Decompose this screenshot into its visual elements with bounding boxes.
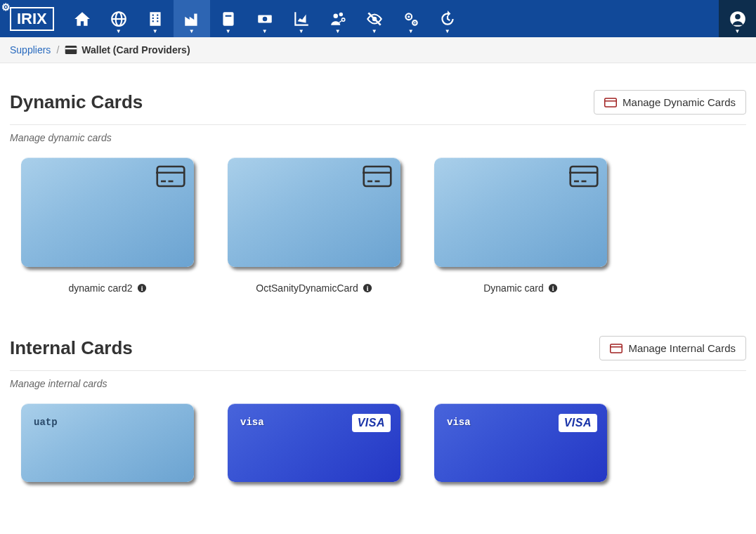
gears-icon [402,10,420,28]
wallet-icon [65,45,77,55]
divider [10,370,746,371]
internal-card: visa VISA [228,403,400,482]
breadcrumb-sep: / [56,44,59,56]
svg-rect-27 [605,98,617,107]
dynamic-card: dynamic card2 i [21,157,194,294]
dynamic-cards-grid: dynamic card2 i OctSanityDynamicCard i [10,157,746,294]
chevron-down-icon: ▼ [372,28,377,34]
internal-card: visa VISA [434,403,607,482]
dynamic-card: OctSanityDynamicCard i [228,157,400,294]
globe-icon [110,10,128,28]
svg-point-16 [341,18,344,20]
svg-rect-5 [157,14,158,15]
internal-card: uatp [21,403,194,482]
chevron-down-icon: ▼ [445,28,450,34]
nav-book[interactable]: ▼ [210,0,247,37]
chevron-down-icon: ▼ [335,28,341,34]
svg-point-13 [263,16,268,21]
money-icon [256,10,274,28]
credit-card-icon [363,165,392,190]
internal-card-tile[interactable]: uatp [21,403,194,482]
eye-slash-icon [365,10,384,28]
home-icon [73,10,91,28]
svg-point-24 [735,13,741,19]
dynamic-card-label: Dynamic card i [483,282,558,294]
svg-rect-9 [157,20,158,22]
chevron-down-icon: ▼ [152,28,158,34]
divider [10,124,746,125]
building-icon [146,10,164,28]
nav-history[interactable]: ▼ [429,0,466,37]
breadcrumb-parent[interactable]: Suppliers [10,44,51,56]
dynamic-card: Dynamic card i [434,157,607,294]
credit-card-icon [156,165,185,190]
dynamic-card-tile[interactable] [21,157,194,267]
manage-dynamic-button[interactable]: Manage Dynamic Cards [594,90,746,115]
chart-icon [292,10,311,28]
nav: ▼ ▼ ▼ ▼ ▼ ▼ ▼ ▼ [64,0,466,37]
user-icon [729,10,747,28]
chevron-down-icon: ▼ [189,28,195,34]
svg-rect-41 [571,167,598,186]
breadcrumb-current-text: Wallet (Card Providers) [82,44,190,56]
nav-hidden[interactable]: ▼ [356,0,393,37]
breadcrumb-current: Wallet (Card Providers) [65,44,190,56]
card-brand-text: uatp [34,417,58,428]
svg-rect-6 [152,17,153,18]
svg-rect-7 [157,17,158,18]
svg-rect-35 [364,167,391,186]
card-icon [610,344,623,353]
manage-internal-label: Manage Internal Cards [628,342,736,354]
industry-icon [183,10,201,28]
manage-internal-button[interactable]: Manage Internal Cards [599,336,746,360]
nav-industry[interactable]: ▼ [174,0,210,37]
nav-money[interactable]: ▼ [247,0,283,37]
svg-rect-3 [150,12,160,26]
logo-text: IRIX [10,7,54,31]
chevron-down-icon: ▼ [408,28,414,34]
svg-rect-47 [611,344,623,353]
info-icon[interactable]: i [548,283,558,293]
internal-card-tile[interactable]: visa VISA [228,403,400,482]
svg-point-20 [408,15,410,18]
users-icon [329,10,347,28]
dynamic-card-label: OctSanityDynamicCard i [256,282,372,294]
chevron-down-icon: ▼ [735,28,741,34]
internal-card-tile[interactable]: visa VISA [434,403,607,482]
user-menu[interactable]: ▼ [719,0,756,37]
visa-badge: VISA [352,414,391,432]
manage-dynamic-label: Manage Dynamic Cards [623,96,736,108]
info-icon[interactable]: i [363,283,372,293]
svg-point-15 [339,12,342,15]
nav-globe[interactable]: ▼ [100,0,137,37]
svg-rect-26 [65,48,77,49]
chevron-down-icon: ▼ [116,28,122,34]
svg-point-22 [414,22,415,23]
card-brand-text: visa [240,417,264,428]
logo[interactable]: ⚙ IRIX [0,0,64,37]
info-icon[interactable]: i [137,283,147,293]
card-icon [604,98,617,108]
svg-point-14 [333,13,338,18]
nav-users[interactable]: ▼ [320,0,356,37]
dynamic-card-tile[interactable] [228,157,400,267]
chevron-down-icon: ▼ [262,28,268,34]
nav-chart[interactable]: ▼ [283,0,320,37]
dynamic-card-tile[interactable] [434,157,607,267]
chevron-down-icon: ▼ [226,28,231,34]
visa-badge: VISA [559,414,597,432]
content: Dynamic Cards Manage Dynamic Cards Manag… [0,63,756,489]
svg-rect-8 [152,20,153,22]
nav-settings[interactable]: ▼ [393,0,429,37]
svg-rect-25 [65,46,77,54]
dynamic-section-header: Dynamic Cards Manage Dynamic Cards [10,90,746,115]
svg-text:i: i [552,285,554,292]
card-brand-text: visa [447,417,471,428]
internal-title: Internal Cards [10,337,133,359]
nav-building[interactable]: ▼ [137,0,174,37]
internal-cards-grid: uatp visa VISA visa VISA [10,403,746,482]
book-icon [219,10,237,28]
nav-home[interactable] [64,0,100,37]
breadcrumb: Suppliers / Wallet (Card Providers) [0,37,756,63]
svg-rect-4 [152,14,153,15]
